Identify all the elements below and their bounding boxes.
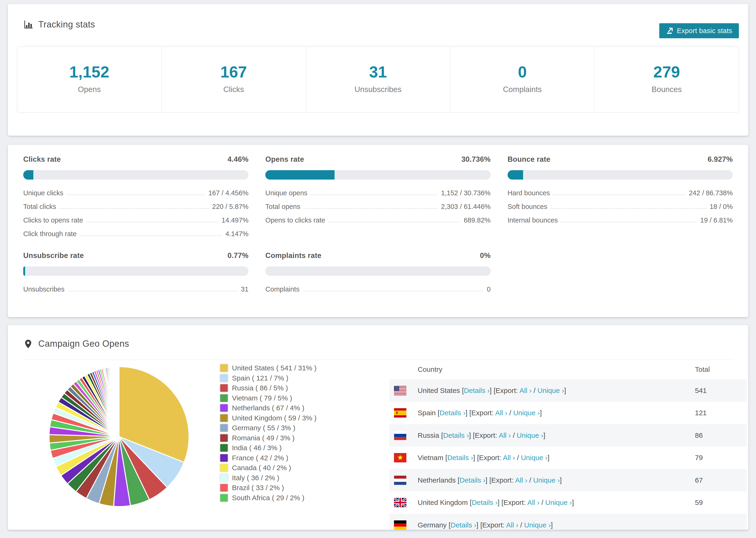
column-header-country: Country (418, 365, 442, 373)
rate-progress-track (23, 170, 248, 180)
total-cell: 541 (695, 387, 707, 395)
rate-row-value: 167 / 4.456% (208, 189, 248, 197)
dotted-leader (67, 194, 205, 195)
export-basic-stats-button[interactable]: Export basic stats (659, 23, 739, 38)
rate-progress-track (23, 266, 248, 276)
table-row-es: Spain [Details ›] [Export: All › / Uniqu… (389, 402, 747, 424)
rate-row-value: 2,303 / 61.446% (441, 203, 490, 211)
legend-swatch (220, 364, 228, 372)
export-all-link[interactable]: All › (527, 499, 540, 506)
legend-item-vietnam[interactable]: Vietnam ( 79 / 5% ) (220, 393, 316, 403)
legend-item-france[interactable]: France ( 42 / 2% ) (220, 453, 316, 463)
export-all-link[interactable]: All › (506, 521, 518, 529)
rate-progress-track (265, 266, 490, 276)
rate-value: 4.46% (228, 155, 248, 164)
country-cell: Vietnam [Details ›] [Export: All › / Uni… (418, 454, 549, 462)
geo-title: Campaign Geo Opens (38, 339, 129, 349)
stat-value: 1,152 (17, 64, 161, 80)
page: { "page": {"background": "#edeff2", "acc… (0, 0, 756, 538)
geo-opens-pie-chart (46, 364, 192, 510)
export-unique-link[interactable]: Unique › (533, 476, 560, 484)
table-row-nl: Netherlands [Details ›] [Export: All › /… (389, 469, 747, 492)
legend-label: Russia ( 86 / 5% ) (232, 384, 288, 392)
details-link[interactable]: Details › (443, 431, 469, 439)
export-unique-link[interactable]: Unique › (513, 409, 540, 417)
country-name: Germany (418, 521, 447, 529)
rate-row-label: Clicks to opens rate (23, 216, 83, 224)
details-link[interactable]: Details › (447, 454, 473, 461)
country-name: United Kingdom (418, 499, 468, 506)
details-link[interactable]: Details › (464, 387, 490, 394)
stat-value: 0 (450, 64, 594, 80)
legend-item-spain[interactable]: Spain ( 121 / 7% ) (220, 373, 316, 383)
flag-icon-ru (394, 431, 406, 440)
details-link[interactable]: Details › (472, 499, 498, 506)
details-link[interactable]: Details › (440, 409, 465, 417)
export-all-link[interactable]: All › (503, 454, 515, 461)
legend-item-germany[interactable]: Germany ( 55 / 3% ) (220, 423, 316, 433)
stat-value: 167 (162, 64, 306, 80)
pie-legend: United States ( 541 / 31% )Spain ( 121 /… (220, 363, 316, 503)
stat-label: Clicks (162, 85, 306, 94)
stat-clicks: 167Clicks (161, 47, 306, 112)
country-cell: Netherlands [Details ›] [Export: All › /… (418, 476, 562, 484)
country-name: Russia (418, 431, 439, 439)
legend-swatch (220, 444, 228, 452)
stat-label: Opens (17, 85, 161, 94)
export-all-link[interactable]: All › (515, 476, 527, 484)
geo-header: Campaign Geo Opens (23, 339, 129, 349)
dotted-leader (553, 194, 685, 195)
country-name: United States (418, 387, 460, 394)
export-all-link[interactable]: All › (519, 387, 532, 394)
legend-item-india[interactable]: India ( 46 / 3% ) (220, 443, 316, 453)
export-unique-link[interactable]: Unique › (521, 454, 548, 461)
rate-progress-track (265, 170, 490, 180)
total-cell: 67 (695, 476, 703, 484)
export-unique-link[interactable]: Unique › (524, 521, 551, 529)
rate-row: Unique clicks167 / 4.456% (23, 186, 248, 200)
stat-opens: 1,152Opens (17, 47, 161, 112)
rate-row: Total opens2,303 / 61.446% (265, 200, 490, 213)
rate-block-unsubscribe-rate: Unsubscribe rate0.77%Unsubscribes31 (23, 251, 248, 296)
export-unique-link[interactable]: Unique › (545, 499, 572, 506)
country-cell: Germany [Details ›] [Export: All › / Uni… (418, 521, 553, 529)
export-unique-link[interactable]: Unique › (517, 431, 543, 439)
legend-label: France ( 42 / 2% ) (232, 454, 288, 462)
country-cell: Russia [Details ›] [Export: All › / Uniq… (418, 431, 545, 439)
legend-item-brazil[interactable]: Brazil ( 33 / 2% ) (220, 483, 316, 493)
total-cell: 79 (695, 454, 703, 462)
dotted-leader (86, 222, 218, 222)
dotted-leader (311, 194, 438, 195)
stat-complaints: 0Complaints (450, 47, 594, 112)
legend-swatch (220, 414, 228, 422)
tracking-stats-header: Tracking stats (23, 20, 95, 29)
legend-swatch (220, 494, 228, 502)
legend-label: South Africa ( 29 / 2% ) (232, 494, 304, 502)
legend-label: Brazil ( 33 / 2% ) (232, 484, 284, 492)
rate-name: Complaints rate (265, 251, 321, 260)
legend-item-romania[interactable]: Romania ( 49 / 3% ) (220, 433, 316, 443)
legend-label: Germany ( 55 / 3% ) (232, 424, 296, 432)
legend-label: United States ( 541 / 31% ) (232, 364, 316, 372)
details-link[interactable]: Details › (451, 521, 476, 529)
legend-item-russia[interactable]: Russia ( 86 / 5% ) (220, 383, 316, 393)
dotted-leader (68, 291, 238, 291)
legend-item-south-africa[interactable]: South Africa ( 29 / 2% ) (220, 493, 316, 503)
stat-value: 31 (306, 64, 450, 80)
total-cell: 59 (695, 499, 703, 507)
legend-item-netherlands[interactable]: Netherlands ( 67 / 4% ) (220, 403, 316, 413)
export-all-link[interactable]: All › (499, 431, 511, 439)
details-link[interactable]: Details › (459, 476, 485, 484)
rate-row-value: 0 (487, 286, 491, 293)
legend-swatch (220, 424, 228, 432)
legend-item-canada[interactable]: Canada ( 40 / 2% ) (220, 463, 316, 473)
table-row-de: Germany [Details ›] [Export: All › / Uni… (389, 514, 747, 530)
legend-item-united-kingdom[interactable]: United Kingdom ( 59 / 3% ) (220, 413, 316, 423)
dotted-leader (303, 291, 483, 291)
export-unique-link[interactable]: Unique › (537, 387, 564, 394)
rate-value: 30.736% (461, 155, 490, 164)
export-all-link[interactable]: All › (495, 409, 507, 417)
legend-item-italy[interactable]: Italy ( 36 / 2% ) (220, 473, 316, 483)
legend-item-united-states[interactable]: United States ( 541 / 31% ) (220, 363, 316, 373)
rate-block-clicks-rate: Clicks rate4.46%Unique clicks167 / 4.456… (23, 155, 248, 241)
